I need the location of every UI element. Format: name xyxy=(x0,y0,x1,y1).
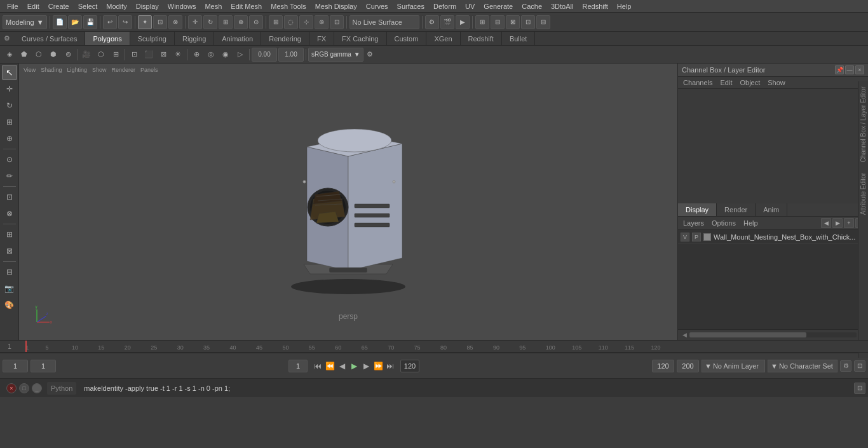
tab-rigging[interactable]: Rigging xyxy=(175,32,214,45)
attribute-editor-tab-label[interactable]: Attribute Editor xyxy=(858,168,868,220)
step-back-button[interactable]: ⏪ xyxy=(324,360,336,372)
snap-curve-button[interactable]: ◌ xyxy=(284,15,298,29)
menu-3dtall[interactable]: 3DtoAll xyxy=(546,1,578,11)
scale-tool-lt-btn[interactable]: ⊞ xyxy=(2,114,17,130)
layer-nav-help[interactable]: Help xyxy=(741,219,761,227)
layer-nav-layers[interactable]: Layers xyxy=(681,219,707,227)
component-select-btn[interactable]: ◈ xyxy=(3,48,17,62)
go-start-button[interactable]: ⏮ xyxy=(312,360,323,372)
tab-fx-caching[interactable]: FX Caching xyxy=(334,32,386,45)
menu-display[interactable]: Display xyxy=(132,1,163,11)
face-mode-btn[interactable]: ⬢ xyxy=(46,48,60,62)
color-space-dropdown[interactable]: sRGB gamma ▼ xyxy=(308,48,363,62)
menu-curves[interactable]: Curves xyxy=(362,1,393,11)
tab-bullet[interactable]: Bullet xyxy=(502,32,536,45)
menu-cache[interactable]: Cache xyxy=(517,1,546,11)
ipr-button[interactable]: ▶ xyxy=(456,15,470,29)
frame-display[interactable] xyxy=(288,360,308,372)
uv-mode-btn[interactable]: ⊚ xyxy=(61,48,75,62)
transform-y-field[interactable]: 1.00 xyxy=(278,48,304,62)
window-close-btn[interactable]: × xyxy=(6,383,17,393)
lighting-btn[interactable]: ☀ xyxy=(171,48,185,62)
playblast-btn[interactable]: ▷ xyxy=(233,48,247,62)
edge-mode-btn[interactable]: ⬡ xyxy=(32,48,46,62)
redo-button[interactable]: ↪ xyxy=(118,15,132,29)
camera-lt-btn[interactable]: 📷 xyxy=(2,281,17,296)
menu-mesh-display[interactable]: Mesh Display xyxy=(311,1,362,11)
transform-x-field[interactable]: 0.00 xyxy=(252,48,277,62)
step-forward-button[interactable]: ⏩ xyxy=(372,360,384,372)
list-item[interactable]: V P Wall_Mount_Nesting_Nest_Box_with_Chi… xyxy=(678,230,868,244)
scroll-left-arrow[interactable]: ◀ xyxy=(681,331,688,339)
camera-view-btn[interactable]: 🎥 xyxy=(79,48,93,62)
char-set-dropdown[interactable]: ▼ No Character Set xyxy=(768,360,837,372)
xray-btn[interactable]: ◎ xyxy=(204,48,218,62)
scroll-track[interactable] xyxy=(689,332,857,337)
universal-manip-lt-btn[interactable]: ⊕ xyxy=(2,131,17,146)
live-surface-label[interactable]: No Live Surface xyxy=(349,15,419,29)
channel-box-pin-btn[interactable]: 📌 xyxy=(835,65,844,74)
snap-view-button[interactable]: ⊚ xyxy=(315,15,329,29)
tab-settings-button[interactable]: ⚙ xyxy=(0,32,14,46)
tab-anim[interactable]: Anim xyxy=(756,203,787,216)
menu-help[interactable]: Help xyxy=(613,1,636,11)
rotate-tool-lt-btn[interactable]: ↻ xyxy=(2,98,17,113)
paint-effects-lt-btn[interactable]: ✏ xyxy=(2,168,17,184)
layer-proxy-btn[interactable]: P xyxy=(692,233,701,241)
layer-next-btn[interactable]: ▶ xyxy=(832,218,843,228)
four-view-btn[interactable]: ⊞ xyxy=(109,48,123,62)
anim-start-input[interactable] xyxy=(652,360,674,372)
tab-rendering[interactable]: Rendering xyxy=(261,32,309,45)
universal-manip-button[interactable]: ⊕ xyxy=(234,15,248,29)
layout-button[interactable]: ⊟ xyxy=(491,15,505,29)
cb-nav-object[interactable]: Object xyxy=(737,78,763,87)
layer-prev-btn[interactable]: ◀ xyxy=(821,218,831,228)
next-frame-button[interactable]: ▶ xyxy=(360,360,372,372)
extra-btn-2[interactable]: ⊟ xyxy=(536,15,550,29)
grid-lt-btn[interactable]: ⊟ xyxy=(2,264,17,280)
menu-generate[interactable]: Generate xyxy=(479,1,517,11)
tab-xgen[interactable]: XGen xyxy=(426,32,460,45)
go-end-button[interactable]: ⏭ xyxy=(384,360,396,372)
show-manip-lt-btn[interactable]: ⊡ xyxy=(2,189,17,205)
tab-curves-surfaces[interactable]: Curves / Surfaces xyxy=(14,32,85,45)
snap-grid-button[interactable]: ⊞ xyxy=(269,15,283,29)
layer-nav-options[interactable]: Options xyxy=(709,219,738,227)
snap-together-btn[interactable]: ⊕ xyxy=(189,48,203,62)
isolate-btn[interactable]: ◉ xyxy=(219,48,233,62)
menu-select[interactable]: Select xyxy=(74,1,102,11)
play-forward-button[interactable]: ▶ xyxy=(348,360,360,372)
render-lt-btn[interactable]: 🎨 xyxy=(2,297,17,313)
tab-display[interactable]: Display xyxy=(678,203,717,216)
move-tool-lt-btn[interactable]: ✛ xyxy=(2,81,17,97)
channel-box-min-btn[interactable]: — xyxy=(845,65,854,74)
end-frame-display[interactable] xyxy=(400,360,419,372)
select-tool-button[interactable]: ✦ xyxy=(138,15,152,29)
bottom-settings-btn-1[interactable]: ⚙ xyxy=(840,360,851,372)
undo-button[interactable]: ↩ xyxy=(103,15,117,29)
soft-select-lt-btn[interactable]: ⊙ xyxy=(2,152,17,167)
textured-btn[interactable]: ⊠ xyxy=(156,48,170,62)
move-tool-button[interactable]: ✛ xyxy=(188,15,202,29)
cb-nav-show[interactable]: Show xyxy=(765,78,788,87)
channel-box-tab-label[interactable]: Channel Box / Layer Editor xyxy=(858,81,868,168)
rotate-tool-button[interactable]: ↻ xyxy=(203,15,217,29)
status-settings-btn[interactable]: ⊡ xyxy=(854,383,865,394)
menu-redshift[interactable]: Redshift xyxy=(578,1,612,11)
menu-file[interactable]: File xyxy=(3,1,23,11)
menu-surfaces[interactable]: Surfaces xyxy=(393,1,429,11)
panel-config-button[interactable]: ⊠ xyxy=(506,15,520,29)
render-settings-button[interactable]: ⚙ xyxy=(425,15,439,29)
python-label[interactable]: Python xyxy=(47,382,76,395)
snap-surface-button[interactable]: ⊡ xyxy=(330,15,344,29)
menu-edit[interactable]: Edit xyxy=(23,1,44,11)
window-maximize-btn[interactable]: □ xyxy=(19,383,29,393)
save-file-button[interactable]: 💾 xyxy=(83,15,97,29)
cb-nav-edit[interactable]: Edit xyxy=(717,78,735,87)
select-tool-lt-btn[interactable]: ↖ xyxy=(2,65,17,80)
tab-animation[interactable]: Animation xyxy=(214,32,261,45)
anim-layer-dropdown[interactable]: ▼ No Anim Layer xyxy=(702,360,765,372)
menu-modify[interactable]: Modify xyxy=(102,1,131,11)
extra-btn-1[interactable]: ⊡ xyxy=(521,15,535,29)
workspace-dropdown[interactable]: Modeling ▼ xyxy=(3,15,47,29)
